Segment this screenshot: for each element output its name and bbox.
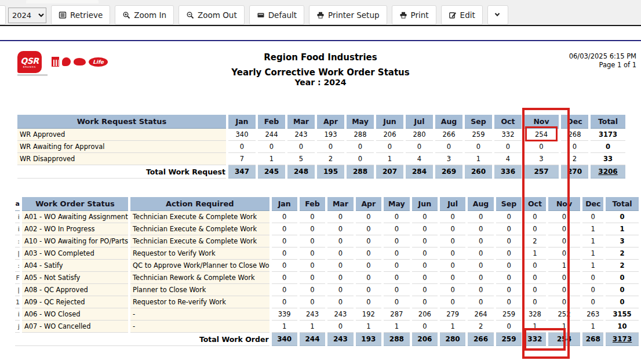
total-value-cell: 193 <box>356 333 381 346</box>
clipped-column-header: a <box>15 197 20 211</box>
year-select[interactable]: 2024 <box>8 8 46 23</box>
total-value-cell: 243 <box>327 333 354 346</box>
value-cell: 0 <box>582 272 603 284</box>
status-label: A07 - WO Cancelled <box>22 321 128 333</box>
value-cell: 0 <box>272 235 297 247</box>
zoom-in-button[interactable]: Zoom In <box>115 5 174 25</box>
toolbar: 2024 RetrieveZoom InZoom OutDefaultPrint… <box>0 0 641 26</box>
status-label: A02 - WO In Progress <box>22 223 128 235</box>
table-row: FA05 - Not SatisfyTechnician Rework & Co… <box>15 272 639 284</box>
value-cell: 1 <box>582 247 603 260</box>
zoom-out-button[interactable]: Zoom Out <box>179 5 245 25</box>
value-cell: 0 <box>300 296 325 308</box>
default-icon <box>257 11 265 19</box>
clipped-toolbar-button[interactable] <box>0 5 6 25</box>
table-row: WR Disapproved71520143143233 <box>17 153 625 165</box>
value-cell: 0 <box>384 296 410 308</box>
month-header-jul: Jul <box>406 115 433 129</box>
month-header-oct: Oct <box>524 197 545 211</box>
value-cell: 0 <box>384 223 410 235</box>
month-header-jan: Jan <box>272 197 297 211</box>
total-value-cell: 288 <box>384 333 410 346</box>
value-cell: 0 <box>468 272 494 284</box>
value-cell: 0 <box>228 141 256 153</box>
month-header-jul: Jul <box>440 197 465 211</box>
print-icon <box>399 11 407 19</box>
clipped-column-cell: i <box>15 223 20 235</box>
month-header-nov: Nov <box>548 197 581 211</box>
row-total-cell: 3155 <box>606 308 639 321</box>
value-cell: 1 <box>384 321 410 333</box>
total-value-cell: 269 <box>435 165 462 179</box>
work-request-status-table: Work Request StatusJanFebMarAprMayJunJul… <box>15 115 628 179</box>
value-cell: 0 <box>582 284 603 296</box>
action-required: Planner to Close Work <box>130 284 269 296</box>
total-value-cell: 244 <box>300 333 325 346</box>
status-label: A06 - WO Closed <box>22 308 128 321</box>
value-cell: 0 <box>412 235 438 247</box>
value-cell: 0 <box>272 260 297 272</box>
table1-total-row: Total Work Request3472452481952882072842… <box>17 165 625 179</box>
value-cell: 0 <box>384 247 410 260</box>
edit-icon <box>449 11 457 19</box>
value-cell: 0 <box>384 272 410 284</box>
value-cell: 268 <box>561 129 588 141</box>
value-cell: 0 <box>327 223 354 235</box>
page-indicator: Page 1 of 1 <box>569 61 636 70</box>
value-cell: 279 <box>440 308 465 321</box>
value-cell: 0 <box>347 141 374 153</box>
value-cell: 1 <box>440 321 465 333</box>
total-value-cell: 268 <box>582 333 603 346</box>
edit-button[interactable]: Edit <box>441 5 483 25</box>
table-row: WR Awaiting for Approval0000000000000 <box>17 141 625 153</box>
row-total-cell: 1 <box>606 223 639 235</box>
value-cell: 0 <box>496 235 522 247</box>
value-cell: 259 <box>496 308 522 321</box>
printer-setup-button[interactable]: Printer Setup <box>309 5 387 25</box>
value-cell: 2 <box>561 153 588 165</box>
value-cell: 266 <box>435 129 462 141</box>
value-cell: 0 <box>300 211 325 223</box>
value-cell: 0 <box>582 296 603 308</box>
value-cell: 0 <box>468 235 494 247</box>
row-total-cell: 2 <box>606 247 639 260</box>
more-options-button[interactable] <box>487 5 508 25</box>
print-button[interactable]: Print <box>392 5 436 25</box>
clipped-column-cell: | <box>15 247 20 260</box>
total-value-cell: 288 <box>347 165 374 179</box>
row-total-cell: 3173 <box>591 129 625 141</box>
value-cell: 0 <box>496 211 522 223</box>
work-order-status-table: aWork Order StatusAction RequiredJanFebM… <box>13 197 641 346</box>
month-header-apr: Apr <box>356 197 381 211</box>
value-cell: 243 <box>287 129 315 141</box>
value-cell: 0 <box>548 223 581 235</box>
action-required: - <box>130 321 269 333</box>
value-cell: 0 <box>548 296 581 308</box>
value-cell: 0 <box>412 223 438 235</box>
value-cell: 0 <box>327 211 354 223</box>
value-cell: 0 <box>468 296 494 308</box>
report-viewer-window: 2024 RetrieveZoom InZoom OutDefaultPrint… <box>0 0 641 364</box>
month-header-may: May <box>347 115 374 129</box>
row-total-cell: 0 <box>606 211 639 223</box>
value-cell: 0 <box>440 235 465 247</box>
table2-grand-total-link[interactable]: 3173 <box>606 333 639 346</box>
default-button[interactable]: Default <box>249 5 304 25</box>
value-cell: 0 <box>496 247 522 260</box>
row-label: WR Disapproved <box>17 153 226 165</box>
value-cell: 0 <box>524 141 559 153</box>
table1-total-label: Total Work Request <box>17 165 226 179</box>
value-cell: 259 <box>465 129 492 141</box>
value-cell: 0 <box>384 211 410 223</box>
value-cell: 0 <box>548 272 581 284</box>
action-required: Requestor to Verify Work <box>130 247 269 260</box>
retrieve-button[interactable]: Retrieve <box>51 5 110 25</box>
value-cell: 0 <box>524 272 545 284</box>
total-value-cell: 347 <box>228 165 256 179</box>
value-cell: 0 <box>435 141 462 153</box>
table-row: jA07 - WO Cancelled-11011012011110 <box>15 321 639 333</box>
total-value-cell: 260 <box>465 165 492 179</box>
table1-grand-total-link[interactable]: 3206 <box>591 165 625 179</box>
value-cell: 0 <box>440 272 465 284</box>
report-top-rule <box>0 40 641 41</box>
